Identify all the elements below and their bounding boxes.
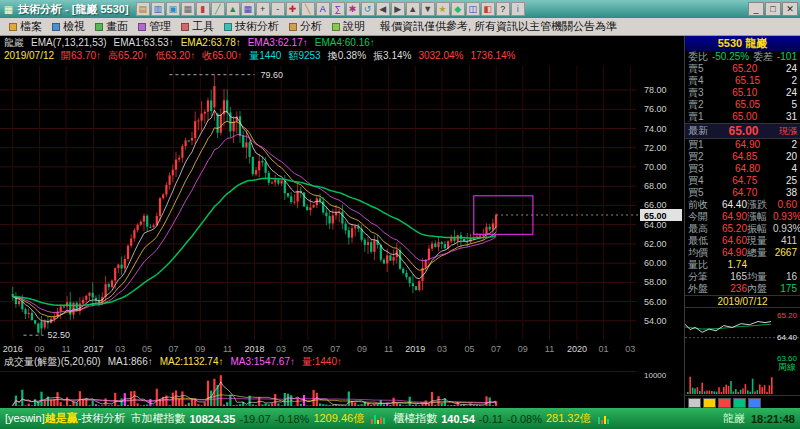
current-stock-label[interactable]: 龍巖 xyxy=(723,411,745,426)
ema1-value: EMA1:63.53↑ xyxy=(114,36,174,49)
ask-row-2[interactable]: 賣265.055 xyxy=(685,99,800,111)
otc-index-summary[interactable]: 櫃檯指數 140.54 -0.11 -0.08% 281.32億 xyxy=(393,411,611,426)
down-icon[interactable]: ▼ xyxy=(421,2,435,16)
menu-item-view[interactable]: 檢視 xyxy=(47,19,90,34)
menu-bar: 檔案檢視畫面管理工具技術分析分析說明 報價資訊僅供參考, 所有資訊以主管機關公告… xyxy=(0,18,800,36)
svg-text:03: 03 xyxy=(115,344,125,354)
maximize-button[interactable]: □ xyxy=(765,2,781,16)
menu-item-manage[interactable]: 管理 xyxy=(133,19,176,34)
info-label: 最高 xyxy=(688,223,714,235)
info-value: 236 xyxy=(714,283,747,295)
print-icon[interactable]: ▦ xyxy=(181,2,195,16)
menu-item-analysis[interactable]: 分析 xyxy=(284,19,327,34)
main-area: 龍巖EMA(7,13,21,53)EMA1:63.53↑EMA2:63.78↑E… xyxy=(0,36,800,408)
quote-tab-3[interactable] xyxy=(718,398,731,408)
info-label: 分筆 xyxy=(688,271,714,283)
window-tile-icon[interactable]: ◫ xyxy=(466,2,480,16)
info-icon[interactable]: i xyxy=(511,2,525,16)
bid-label: 買4 xyxy=(688,175,704,187)
settings-icon[interactable]: ✱ xyxy=(346,2,360,16)
svg-text:07: 07 xyxy=(169,344,179,354)
zoom-out-icon[interactable]: - xyxy=(271,2,285,16)
ask-label: 賣4 xyxy=(688,75,704,87)
ask-row-5[interactable]: 賣565.2024 xyxy=(685,63,800,75)
next-icon[interactable]: ▶ xyxy=(391,2,405,16)
ask-row-1[interactable]: 賣165.0031 xyxy=(685,111,800,123)
grid-icon[interactable]: ▦ xyxy=(241,2,255,16)
info-label: 振幅 xyxy=(747,223,773,235)
svg-text:56.00: 56.00 xyxy=(644,297,667,307)
taiex-change: -19.07 xyxy=(239,413,270,425)
svg-text:2016: 2016 xyxy=(3,344,23,354)
menu-item-label: 管理 xyxy=(149,19,171,34)
quote-tab-5[interactable] xyxy=(748,398,761,408)
ask-row-4[interactable]: 賣465.152 xyxy=(685,75,800,87)
chart-new-icon[interactable]: ▤ xyxy=(136,2,150,16)
info-row-1: 前收64.40漲跌0.60 xyxy=(685,199,800,211)
title-bar: ▦ 技術分析 - [龍巖 5530] ▤▥▣▦▮╱▲▦+-✚╲A∑✱↺◀▶▲▼★… xyxy=(0,0,800,18)
minimize-button[interactable]: _ xyxy=(748,2,764,16)
quote-tab-4[interactable] xyxy=(733,398,746,408)
menu-item-tools[interactable]: 工具 xyxy=(176,19,219,34)
indicator-icon[interactable]: ∑ xyxy=(331,2,345,16)
window-cascade-icon[interactable]: ◧ xyxy=(481,2,495,16)
quote-tab-2[interactable] xyxy=(703,398,716,408)
menu-item-label: 畫面 xyxy=(106,19,128,34)
star-icon[interactable]: ★ xyxy=(436,2,450,16)
taiex-name: 市加權指數 xyxy=(130,411,185,426)
intraday-mini-chart[interactable]: 65.2064.4063.60 xyxy=(685,307,800,362)
ema2-value: EMA2:63.78↑ xyxy=(181,36,241,49)
ask-row-3[interactable]: 賣365.1024 xyxy=(685,87,800,99)
open-value: 開63.70↑ xyxy=(61,49,101,62)
prev-icon[interactable]: ◀ xyxy=(376,2,390,16)
quote-tab-1[interactable] xyxy=(688,398,701,408)
info-row-3: 最高65.20振幅0.93% xyxy=(685,223,800,235)
open-file-icon[interactable]: ▥ xyxy=(151,2,165,16)
svg-text:76.00: 76.00 xyxy=(644,104,667,114)
last-label: 最新 xyxy=(688,125,708,137)
bid-row-4[interactable]: 買464.7525 xyxy=(685,175,800,187)
svg-text:64.40: 64.40 xyxy=(777,333,798,342)
up-icon[interactable]: ▲ xyxy=(406,2,420,16)
price-chart[interactable]: 79.6052.5065.0078.0076.0074.0072.0070.00… xyxy=(0,62,684,356)
zoom-in-icon[interactable]: + xyxy=(256,2,270,16)
weibi-value: -50.25% xyxy=(712,51,749,63)
turnover-value: 換0.38% xyxy=(328,49,366,62)
ask-price: 65.10 xyxy=(732,87,757,99)
draw-line-icon[interactable]: ╲ xyxy=(301,2,315,16)
close-button[interactable]: ✕ xyxy=(782,2,798,16)
menu-item-label: 工具 xyxy=(192,19,214,34)
menu-item-help[interactable]: 說明 xyxy=(327,19,370,34)
ask-label: 賣1 xyxy=(688,111,704,123)
save-icon[interactable]: ▣ xyxy=(166,2,180,16)
area-chart-icon[interactable]: ▲ xyxy=(226,2,240,16)
bid-row-2[interactable]: 買264.8520 xyxy=(685,151,800,163)
menu-item-label: 檢視 xyxy=(63,19,85,34)
info-label: 均價 xyxy=(688,247,714,259)
bid-row-3[interactable]: 買364.804 xyxy=(685,163,800,175)
refresh-icon[interactable]: ↺ xyxy=(361,2,375,16)
diamond-icon[interactable]: ◆ xyxy=(451,2,465,16)
svg-text:11: 11 xyxy=(61,344,70,354)
menu-item-file[interactable]: 檔案 xyxy=(4,19,47,34)
crosshair-icon[interactable]: ✚ xyxy=(286,2,300,16)
svg-text:65.20: 65.20 xyxy=(777,311,798,320)
taiex-index-summary[interactable]: 市加權指數 10824.35 -19.07 -0.18% 1209.46億 xyxy=(130,411,388,426)
info-row-5: 均價64.90總量2667 xyxy=(685,247,800,259)
amplitude-value: 振3.14% xyxy=(373,49,411,62)
bid-row-5[interactable]: 買564.7038 xyxy=(685,187,800,199)
text-tool-icon[interactable]: A xyxy=(316,2,330,16)
candlestick-icon[interactable]: ▮ xyxy=(196,2,210,16)
chart-period-label[interactable]: 周線 xyxy=(685,362,800,373)
info-value: 0.93% xyxy=(773,223,800,235)
help-icon[interactable]: ? xyxy=(496,2,510,16)
volume-chart[interactable]: 10000 xyxy=(0,368,684,408)
line-chart-icon[interactable]: ╱ xyxy=(211,2,225,16)
clock: 18:21:48 xyxy=(751,413,795,425)
bid-row-1[interactable]: 買164.902 xyxy=(685,139,800,151)
menu-item-tech-analysis[interactable]: 技術分析 xyxy=(219,19,284,34)
menu-item-screen[interactable]: 畫面 xyxy=(90,19,133,34)
info-label: 漲幅 xyxy=(747,211,773,223)
svg-text:09: 09 xyxy=(195,344,205,354)
manage-menu-icon xyxy=(138,23,146,31)
